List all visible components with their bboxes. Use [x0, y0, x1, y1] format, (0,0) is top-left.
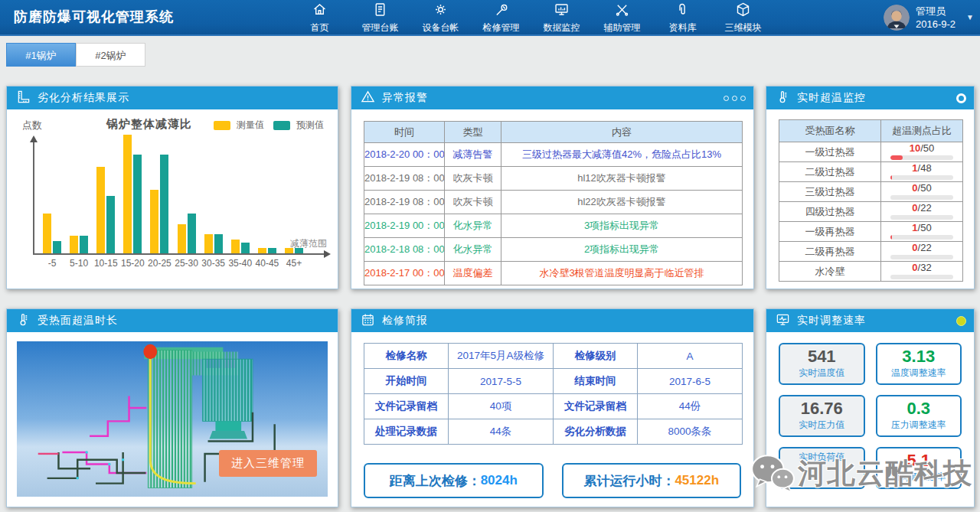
table-row: 二级再热器0/22	[779, 242, 963, 262]
rate-card: 541实时温度值	[779, 343, 865, 385]
record-circle-icon[interactable]	[956, 93, 966, 103]
chevron-down-icon[interactable]: ▼	[966, 13, 974, 21]
total-run-hours-button[interactable]: 累计运行小时： 45122h	[562, 463, 742, 498]
chart-xlabel: 减薄范围	[290, 237, 327, 250]
legend-label-measure: 测量值	[237, 119, 264, 132]
panel-title: 检修简报	[382, 314, 428, 328]
panel-repair-briefing: 检修简报 检修名称2017年5月A级检修检修级别A开始时间2017-5-5结束时…	[351, 308, 754, 507]
status-dot-icon[interactable]	[956, 316, 966, 326]
panel-header: 劣化分析结果展示	[7, 86, 338, 109]
rate-card: 0.3压力调整速率	[876, 395, 962, 437]
table-row: 开始时间2017-5-5结束时间2017-6-5	[364, 369, 743, 394]
crossed-tools-icon	[614, 2, 630, 21]
bar	[106, 196, 115, 253]
wrench-icon	[493, 2, 509, 21]
nav-label: 首页	[311, 21, 329, 34]
bar-group: 15-20	[122, 135, 142, 253]
dashboard: 防磨防爆可视化管理系统 首页 管理台账 设备台帐 检修管理 数据监控	[0, 0, 980, 512]
top-header: 防磨防爆可视化管理系统 首页 管理台账 设备台帐 检修管理 数据监控	[0, 0, 980, 36]
monitor-pulse-icon	[774, 312, 797, 330]
nav-maintenance[interactable]: 检修管理	[471, 2, 531, 34]
bar	[188, 214, 196, 253]
table-row: 文件记录留档40项文件记录留档44份	[364, 394, 743, 419]
enter-3d-management-button[interactable]: 进入三维管理	[219, 450, 317, 477]
table-row: 检修名称2017年5月A级检修检修级别A	[364, 344, 743, 369]
chart-legend: 测量值 预测值	[214, 119, 327, 132]
user-meta: 管理员 2016-9-2	[916, 5, 956, 31]
bar	[96, 167, 105, 253]
panel-title: 实时调整速率	[797, 314, 866, 328]
panel-header: 实时调整速率	[766, 309, 974, 332]
bar	[241, 243, 250, 253]
bar	[123, 135, 132, 253]
nav-3d-module[interactable]: 三维模块	[713, 2, 773, 34]
summary-label: 累计运行小时：	[583, 472, 675, 490]
bar-group: 10-15	[96, 167, 116, 253]
summary-value: 45122h	[675, 473, 719, 488]
boiler-tabs: #1锅炉 #2锅炉	[6, 43, 145, 67]
calendar-icon	[359, 312, 382, 330]
bar	[150, 190, 158, 253]
panel-header: 实时超温监控	[766, 86, 974, 109]
legend-swatch-predict	[273, 121, 290, 130]
table-row: 一级再热器1/50	[779, 222, 963, 242]
panel-title: 实时超温监控	[797, 91, 866, 105]
ruler-icon	[15, 90, 38, 107]
nav-aux-management[interactable]: 辅助管理	[592, 2, 652, 34]
nav-home[interactable]: 首页	[289, 2, 350, 34]
nav-ledger[interactable]: 管理台账	[350, 2, 410, 34]
home-icon	[312, 2, 328, 21]
bar-group: 5-10	[69, 236, 89, 253]
alarm-table-body: 2018-2-20 00：00减薄告警三级过热器最大减薄值42%，危险点占比13…	[364, 143, 743, 285]
panel-abnormal-alarms: 异常报警 时间 类型 内容 2018-2-20 00：00减薄告警三级过热器最大…	[351, 86, 754, 289]
summary-value: 8024h	[481, 473, 518, 488]
user-name: 管理员	[916, 5, 956, 18]
alarm-col-time: 时间	[364, 122, 445, 143]
table-row: 水冷壁0/32	[779, 262, 963, 282]
panel-header: 检修简报	[351, 309, 753, 332]
tab-boiler-2[interactable]: #2锅炉	[76, 43, 145, 67]
table-row: 2018-2-19 08：00吹灰卡顿hl12吹灰器卡顿报警	[364, 167, 743, 191]
boiler-3d-view[interactable]: 进入三维管理	[17, 341, 328, 497]
paperclip-icon	[675, 2, 691, 21]
legend-label-predict: 预测值	[296, 119, 324, 132]
panel-menu-icon[interactable]	[724, 96, 746, 101]
bar	[268, 248, 276, 253]
bar	[214, 234, 223, 253]
since-last-repair-button[interactable]: 距离上次检修： 8024h	[364, 463, 544, 498]
bar-group: 20-25	[149, 155, 169, 253]
user-menu[interactable]: 管理员 2016-9-2 ▼	[884, 0, 974, 34]
bar-group: 30-35	[204, 234, 224, 253]
table-row: 四级过热器0/22	[779, 202, 963, 222]
main-nav: 首页 管理台账 设备台帐 检修管理 数据监控 辅助管理	[289, 2, 773, 34]
rate-cards: 541实时温度值3.13温度调整速率16.76实时压力值0.3压力调整速率实时负…	[779, 343, 962, 489]
table-row: 2018-2-20 00：00减薄告警三级过热器最大减薄值42%，危险点占比13…	[364, 143, 743, 167]
thermometer-icon	[15, 312, 38, 330]
bar	[204, 234, 213, 253]
bar-group: 25-30	[177, 214, 197, 253]
panel-header: 异常报警	[351, 86, 753, 109]
bar	[53, 241, 61, 253]
panel-adjust-rates: 实时调整速率 541实时温度值3.13温度调整速率16.76实时压力值0.3压力…	[766, 308, 975, 507]
table-row: 2018-2-17 00：00温度偏差水冷壁3根管道温度明显高于临近管排	[364, 262, 743, 285]
panel-overtemp-duration-3d: 受热面超温时长	[6, 308, 338, 507]
thermometer-icon	[774, 90, 797, 107]
nav-library[interactable]: 资料库	[652, 2, 713, 34]
bar	[80, 236, 88, 253]
bar	[43, 214, 51, 253]
panel-overtemp-monitor: 实时超温监控 受热面名称 超温测点占比 一级过热器10/50二级过热器1/48三…	[766, 86, 975, 289]
tab-boiler-1[interactable]: #1锅炉	[6, 43, 76, 67]
nav-label: 辅助管理	[604, 21, 641, 34]
overtemp-table-body: 一级过热器10/50二级过热器1/48三级过热器0/50四级过热器0/22一级再…	[779, 142, 963, 282]
nav-label: 数据监控	[544, 21, 580, 34]
monitor-chart-icon	[554, 2, 570, 21]
repair-table: 检修名称2017年5月A级检修检修级别A开始时间2017-5-5结束时间2017…	[364, 343, 743, 445]
rate-card: 3.13温度调整速率	[876, 343, 962, 385]
avatar	[884, 5, 910, 31]
bar-group: -5	[42, 214, 62, 253]
nav-equipment[interactable]: 设备台帐	[410, 2, 471, 34]
nav-data-monitor[interactable]: 数据监控	[531, 2, 592, 34]
bar	[231, 240, 240, 253]
alarm-col-content: 内容	[501, 122, 743, 143]
bar	[258, 248, 266, 253]
